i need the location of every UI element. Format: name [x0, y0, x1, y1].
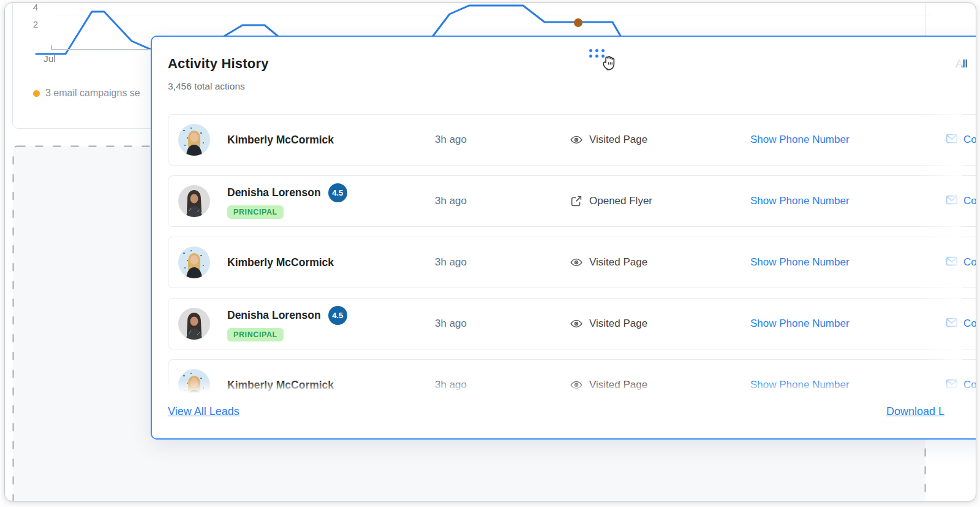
- principal-tag: PRINCIPAL: [227, 328, 284, 341]
- contact-link[interactable]: Co: [945, 176, 976, 226]
- lead-name[interactable]: Kimberly McCormick: [227, 134, 334, 147]
- eye-icon: [570, 378, 583, 392]
- activity-time: 3h ago: [435, 176, 467, 226]
- envelope-icon: [945, 377, 959, 394]
- view-all-leads-link[interactable]: View All Leads: [168, 405, 239, 418]
- show-phone-link[interactable]: Show Phone Number: [750, 176, 850, 226]
- envelope-icon: [945, 132, 959, 148]
- avatar: [178, 246, 210, 278]
- lead-name[interactable]: Kimberly McCormick: [227, 256, 334, 269]
- envelope-icon: [945, 316, 959, 332]
- envelope-icon: [945, 193, 959, 210]
- activity-row: Kimberly McCormick 3h ago Visited Page S…: [168, 237, 976, 288]
- rating-badge: 4.5: [328, 306, 347, 325]
- lead-name[interactable]: Denisha Lorenson: [227, 309, 321, 322]
- activity-action: Opened Flyer: [589, 195, 652, 207]
- modal-title: Activity History: [168, 56, 269, 72]
- avatar: [178, 308, 210, 340]
- chart-legend: 3 email campaigns se: [33, 88, 140, 99]
- show-phone-link[interactable]: Show Phone Number: [750, 299, 850, 349]
- contact-link[interactable]: Co: [945, 237, 976, 288]
- legend-dot-icon: [33, 90, 40, 97]
- activity-history-modal: Activity History 3,456 total actions All: [151, 36, 976, 440]
- activity-row: Denisha Lorenson 4.5 PRINCIPAL 3h ago Op…: [168, 175, 976, 227]
- lead-name[interactable]: Denisha Lorenson: [227, 186, 321, 199]
- app-window: 4 2 Jul 3 email campaigns se Activity Hi…: [4, 2, 976, 501]
- contact-link[interactable]: Co: [945, 299, 976, 349]
- activity-action: Visited Page: [589, 134, 647, 146]
- x-axis-label-jul: Jul: [43, 53, 56, 64]
- principal-tag: PRINCIPAL: [227, 205, 284, 219]
- activity-action: Visited Page: [589, 318, 647, 330]
- y-axis-tick-2: 2: [23, 19, 38, 29]
- rating-badge: 4.5: [328, 183, 347, 202]
- activity-time: 3h ago: [435, 299, 467, 349]
- download-leads-link[interactable]: Download L: [886, 405, 944, 418]
- legend-label: 3 email campaigns se: [45, 88, 140, 99]
- activity-time: 3h ago: [435, 237, 467, 288]
- lead-name[interactable]: Kimberly McCormick: [227, 379, 334, 392]
- activity-row: Kimberly McCormick 3h ago Visited Page S…: [168, 114, 976, 166]
- show-phone-link[interactable]: Show Phone Number: [750, 237, 850, 288]
- avatar: [178, 124, 210, 156]
- activity-time: 3h ago: [435, 115, 467, 165]
- total-actions-count: 3,456 total actions: [168, 81, 245, 92]
- show-phone-link[interactable]: Show Phone Number: [750, 115, 850, 165]
- activity-row: Denisha Lorenson 4.5 PRINCIPAL 3h ago Vi…: [168, 298, 976, 349]
- grab-hand-cursor-icon: [601, 53, 619, 71]
- y-axis-tick-4: 4: [23, 2, 38, 12]
- contact-link[interactable]: Co: [945, 115, 976, 165]
- avatar: [178, 185, 210, 217]
- eye-icon: [570, 256, 583, 269]
- eye-icon: [570, 317, 583, 330]
- modal-footer: View All Leads Download L: [152, 393, 976, 438]
- eye-icon: [570, 133, 583, 147]
- envelope-icon: [945, 254, 959, 271]
- gridline-2: [56, 15, 932, 15]
- filter-dropdown[interactable]: All: [956, 58, 967, 71]
- external-link-icon: [570, 194, 583, 208]
- activity-action: Visited Page: [589, 256, 647, 269]
- activity-action: Visited Page: [589, 379, 647, 391]
